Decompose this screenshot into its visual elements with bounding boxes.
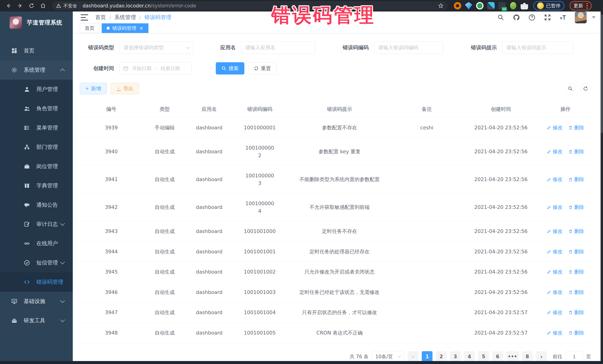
close-icon[interactable]: × bbox=[139, 26, 143, 31]
extension-leaf-icon[interactable] bbox=[510, 2, 517, 10]
sidebar-item-研发工具[interactable]: 研发工具 bbox=[0, 311, 73, 330]
security-indicator[interactable]: 不安全 bbox=[56, 3, 77, 9]
show-search-toggle-icon[interactable] bbox=[565, 83, 576, 94]
export-button[interactable]: 导出 bbox=[111, 83, 139, 94]
error-type-select[interactable]: 请选择错误码类型 bbox=[119, 41, 194, 54]
breadcrumb-system[interactable]: 系统管理 bbox=[115, 14, 136, 21]
edit-link[interactable]: 修改 bbox=[547, 288, 563, 296]
page-button-5[interactable]: 5 bbox=[478, 351, 489, 362]
extension-green-icon[interactable] bbox=[476, 2, 484, 10]
window-scrollbar[interactable] bbox=[601, 11, 603, 361]
sidebar-item-审计日志[interactable]: 审计日志 bbox=[0, 215, 73, 234]
reload-icon[interactable] bbox=[27, 1, 36, 11]
total-count: 共 76 条 bbox=[350, 353, 369, 360]
sidebar-item-字典管理[interactable]: 字典管理 bbox=[0, 176, 73, 195]
page-button-6[interactable]: 6 bbox=[492, 351, 503, 362]
dashboard-icon bbox=[11, 48, 17, 54]
bookmark-star-icon[interactable] bbox=[438, 3, 444, 9]
delete-link[interactable]: 删除 bbox=[568, 268, 584, 276]
reset-button[interactable]: 重置 bbox=[248, 62, 277, 75]
table-row: 3942自动生成dashboard1001000004不允许获取敏感配置到前端2… bbox=[80, 194, 591, 221]
home-icon[interactable] bbox=[38, 1, 48, 11]
edit-link[interactable]: 修改 bbox=[547, 228, 563, 235]
url-bar[interactable]: 不安全 dashboard.yudao.iocoder.cn/system/er… bbox=[52, 1, 448, 10]
sidebar-item-角色管理[interactable]: 角色管理 bbox=[0, 99, 73, 118]
annotation-overlay-text: 错误码管理 bbox=[271, 3, 375, 29]
extension-grid-icon[interactable] bbox=[487, 2, 495, 10]
refresh-table-icon[interactable] bbox=[580, 83, 591, 94]
edit-link[interactable]: 修改 bbox=[547, 329, 563, 337]
tab-错误码管理[interactable]: 错误码管理× bbox=[102, 23, 149, 33]
chrome-menu-icon[interactable] bbox=[587, 3, 588, 9]
help-icon[interactable] bbox=[528, 13, 536, 21]
search-button[interactable]: 搜索 bbox=[216, 62, 244, 75]
error-code-input[interactable] bbox=[374, 41, 443, 54]
delete-link[interactable]: 删除 bbox=[568, 176, 584, 183]
sidebar-item-系统管理[interactable]: 系统管理 bbox=[0, 60, 73, 80]
filter-row-2: 创建时间 开始日期 - 结束日期 搜索 重置 bbox=[80, 62, 591, 75]
page-size-select[interactable]: 10条/页 bbox=[372, 351, 404, 362]
page-button-1[interactable]: 1 bbox=[422, 351, 432, 362]
edit-link[interactable]: 修改 bbox=[547, 309, 563, 316]
delete-link[interactable]: 删除 bbox=[568, 329, 584, 337]
user-avatar[interactable] bbox=[575, 11, 587, 23]
app-name-input[interactable] bbox=[241, 41, 315, 54]
tab-首页[interactable]: 首页 bbox=[80, 23, 99, 33]
sidebar-item-在线用户[interactable]: 在线用户 bbox=[0, 234, 73, 253]
delete-link[interactable]: 删除 bbox=[568, 203, 584, 211]
edit-link[interactable]: 修改 bbox=[547, 203, 563, 211]
error-msg-input[interactable] bbox=[502, 41, 573, 54]
page-button-3[interactable]: 3 bbox=[450, 351, 461, 362]
sidebar-item-菜单管理[interactable]: 菜单管理 bbox=[0, 118, 73, 138]
cell-memo bbox=[392, 286, 462, 298]
edit-link[interactable]: 修改 bbox=[547, 248, 563, 255]
hamburger-icon[interactable] bbox=[81, 14, 88, 21]
delete-link[interactable]: 删除 bbox=[568, 228, 584, 235]
avatar-caret-icon[interactable] bbox=[592, 16, 596, 19]
more-pages-icon[interactable]: ••• bbox=[506, 351, 519, 362]
cell-memo bbox=[392, 201, 462, 214]
page-button-2[interactable]: 2 bbox=[436, 351, 447, 362]
profile-paused-badge[interactable]: 已暂停 bbox=[533, 1, 564, 10]
edit-link[interactable]: 修改 bbox=[547, 148, 563, 155]
font-size-icon[interactable] bbox=[559, 13, 567, 21]
forward-icon[interactable] bbox=[15, 1, 25, 11]
sidebar-item-用户管理[interactable]: 用户管理 bbox=[0, 80, 73, 99]
breadcrumb-home[interactable]: 首页 bbox=[95, 14, 106, 21]
sidebar-item-短信管理[interactable]: 短信管理 bbox=[0, 253, 73, 272]
sidebar-item-岗位管理[interactable]: 岗位管理 bbox=[0, 157, 73, 176]
sidebar-item-通知公告[interactable]: 通知公告 bbox=[0, 195, 73, 215]
sidebar-item-基础设施[interactable]: 基础设施 bbox=[0, 292, 73, 311]
goto-page-input[interactable] bbox=[566, 351, 583, 362]
sidebar-item-首页[interactable]: 首页 bbox=[0, 41, 73, 60]
extensions-puzzle-icon[interactable] bbox=[521, 2, 528, 10]
page-button-4[interactable]: 4 bbox=[464, 351, 475, 362]
delete-link[interactable]: 删除 bbox=[568, 124, 584, 132]
edit-link[interactable]: 修改 bbox=[547, 176, 563, 183]
page-button-8[interactable]: 8 bbox=[522, 351, 533, 362]
extension-orange-icon[interactable] bbox=[454, 2, 461, 10]
date-range-picker[interactable]: 开始日期 - 结束日期 bbox=[119, 62, 192, 75]
chrome-update-button[interactable]: 更新 bbox=[570, 1, 592, 10]
sidebar-item-label: 部门管理 bbox=[36, 143, 58, 151]
delete-link[interactable]: 删除 bbox=[568, 309, 584, 316]
back-icon[interactable] bbox=[4, 1, 13, 11]
delete-link[interactable]: 删除 bbox=[568, 148, 584, 155]
delete-link[interactable]: 删除 bbox=[568, 288, 584, 296]
extension-gem-icon[interactable] bbox=[465, 2, 472, 10]
cell-error-code: 1001001002 bbox=[232, 262, 288, 282]
add-button[interactable]: + 新增 bbox=[80, 83, 107, 94]
app-logo-row[interactable]: 芋道管理系统 bbox=[0, 11, 73, 34]
search-icon[interactable] bbox=[497, 13, 505, 21]
delete-link[interactable]: 删除 bbox=[568, 248, 584, 255]
edit-link[interactable]: 修改 bbox=[547, 124, 563, 132]
edit-link[interactable]: 修改 bbox=[547, 268, 563, 276]
next-page-button[interactable]: › bbox=[536, 351, 547, 362]
scrollbar-thumb[interactable] bbox=[601, 14, 603, 133]
github-icon[interactable] bbox=[512, 13, 520, 21]
fullscreen-icon[interactable] bbox=[544, 13, 551, 21]
sidebar-item-错误码管理[interactable]: 错误码管理 bbox=[0, 272, 73, 292]
extension-on-badge-icon[interactable]: on bbox=[498, 2, 506, 10]
prev-page-button[interactable]: ‹ bbox=[408, 351, 418, 362]
sidebar-item-部门管理[interactable]: 部门管理 bbox=[0, 138, 73, 157]
